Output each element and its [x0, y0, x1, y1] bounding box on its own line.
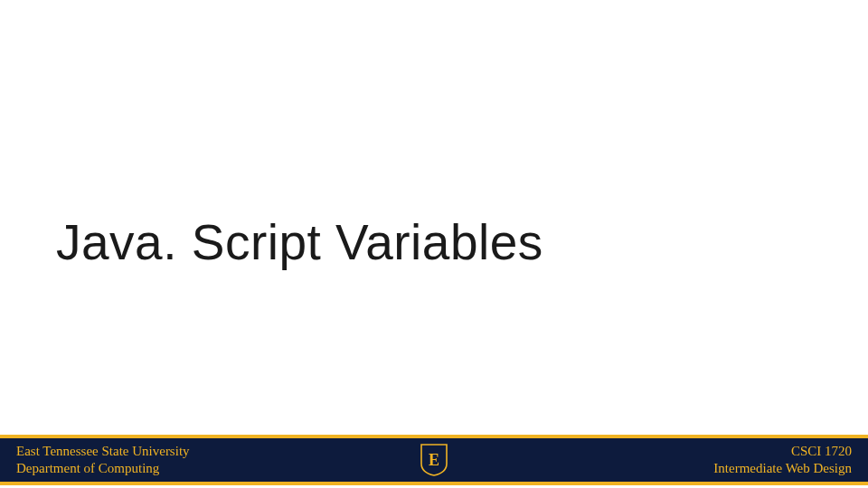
footer-right-block: CSCI 1720 Intermediate Web Design: [713, 443, 852, 477]
shield-icon: E: [420, 444, 448, 476]
slide-footer: East Tennessee State University Departme…: [0, 435, 868, 488]
footer-university: East Tennessee State University: [16, 443, 190, 460]
footer-logo: E: [420, 444, 448, 476]
footer-bottom-border: [0, 482, 868, 485]
slide: Java. Script Variables East Tennessee St…: [0, 0, 868, 488]
slide-title: Java. Script Variables: [56, 213, 543, 271]
footer-department: Department of Computing: [16, 460, 190, 477]
footer-left-block: East Tennessee State University Departme…: [16, 443, 190, 477]
footer-course-title: Intermediate Web Design: [713, 460, 852, 477]
footer-band: East Tennessee State University Departme…: [0, 438, 868, 482]
logo-letter: E: [429, 451, 439, 469]
footer-course-code: CSCI 1720: [791, 443, 852, 460]
